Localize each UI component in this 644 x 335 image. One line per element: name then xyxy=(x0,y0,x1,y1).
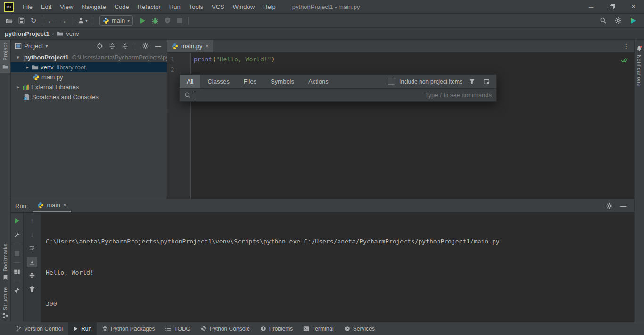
window-title: pythonProject1 - main.py xyxy=(292,3,360,10)
filter-button[interactable] xyxy=(467,76,477,87)
notification-bell-icon xyxy=(636,45,643,52)
menu-vcs[interactable]: VCS xyxy=(207,0,229,13)
tree-row-external-libraries[interactable]: ▸ External Libraries xyxy=(11,82,167,92)
stripe-tab-project[interactable]: Project xyxy=(0,40,10,73)
menu-file[interactable]: File xyxy=(18,0,37,13)
soft-wrap-button[interactable] xyxy=(27,243,37,253)
include-non-project-checkbox[interactable] xyxy=(388,78,395,85)
menu-navigate[interactable]: Navigate xyxy=(77,0,110,13)
services-icon xyxy=(344,326,350,332)
toolbar-right-group xyxy=(597,15,641,26)
close-tab-icon[interactable]: × xyxy=(63,201,67,209)
tree-row-main-py[interactable]: main.py xyxy=(11,72,167,82)
search-popup-tabs: All Classes Files Symbols Actions Includ… xyxy=(180,75,496,88)
tree-row-scratches[interactable]: Scratches and Consoles xyxy=(11,92,167,102)
save-button[interactable] xyxy=(15,15,27,26)
editor-tab-main-py[interactable]: main.py × xyxy=(167,40,213,52)
user-profile-button[interactable]: ▾ xyxy=(74,15,91,26)
pin-tab-button[interactable] xyxy=(12,285,22,295)
editor-options-button[interactable]: ⋮ xyxy=(618,40,634,52)
next-occurrence-button[interactable]: ↓ xyxy=(27,229,37,240)
status-todo[interactable]: TODO xyxy=(160,322,195,335)
forward-button[interactable]: → xyxy=(57,15,69,26)
project-settings-button[interactable] xyxy=(140,41,150,51)
tree-item-detail: library root xyxy=(57,64,85,71)
menu-tools[interactable]: Tools xyxy=(185,0,207,13)
left-tool-stripe: Project Bookmarks Structure xyxy=(0,40,11,322)
tree-row-project-root[interactable]: ▾ pythonProject1 C:\Users\aneta\PycharmP… xyxy=(11,52,167,62)
search-input[interactable]: Type / to see commands xyxy=(180,88,496,101)
stop-process-button[interactable] xyxy=(12,248,22,259)
stripe-tab-bookmarks[interactable]: Bookmarks xyxy=(2,240,8,284)
print-button[interactable] xyxy=(27,270,37,281)
tree-row-venv[interactable]: ▸ venv library root xyxy=(11,62,167,72)
tab-symbols[interactable]: Symbols xyxy=(264,75,301,88)
run-tab-label: main xyxy=(47,201,60,209)
include-non-project-label[interactable]: Include non-project items xyxy=(399,78,462,85)
settings-button[interactable] xyxy=(612,15,624,26)
breadcrumb-project[interactable]: pythonProject1 xyxy=(5,30,50,37)
chevron-right-icon[interactable]: ▸ xyxy=(14,84,22,90)
collapse-all-button[interactable] xyxy=(120,41,130,51)
project-panel-title[interactable]: Project xyxy=(24,42,43,50)
menu-help[interactable]: Help xyxy=(259,0,280,13)
expand-all-button[interactable] xyxy=(107,41,117,51)
run-settings-button[interactable] xyxy=(604,201,614,211)
search-everywhere-button[interactable] xyxy=(597,15,609,26)
close-tab-icon[interactable]: × xyxy=(206,42,209,50)
status-version-control[interactable]: Version Control xyxy=(10,322,68,335)
run-console-output[interactable]: C:\Users\aneta\PycharmProjects\pythonPro… xyxy=(41,213,634,322)
select-opened-file-button[interactable] xyxy=(94,41,105,51)
run-button[interactable] xyxy=(137,15,149,26)
close-window-button[interactable]: × xyxy=(623,0,644,13)
tab-files[interactable]: Files xyxy=(237,75,264,88)
chevron-right-icon[interactable]: ▸ xyxy=(23,64,32,70)
status-problems[interactable]: Problems xyxy=(255,322,298,335)
menu-window[interactable]: Window xyxy=(229,0,259,13)
restore-layout-button[interactable] xyxy=(12,267,22,277)
run-tab-main[interactable]: main × xyxy=(33,199,71,212)
editor-tab-bar: main.py × ⋮ xyxy=(167,40,634,53)
status-python-console[interactable]: Python Console xyxy=(196,322,255,335)
rerun-button[interactable] xyxy=(12,216,22,226)
stop-button[interactable] xyxy=(173,15,186,26)
inspections-status[interactable] xyxy=(621,57,628,63)
run-with-coverage-button[interactable] xyxy=(161,15,173,26)
sync-button[interactable]: ↻ xyxy=(27,15,40,26)
horizontal-scrollbar[interactable] xyxy=(11,194,141,197)
menu-run[interactable]: Run xyxy=(165,0,185,13)
hide-run-panel-button[interactable]: — xyxy=(618,201,628,211)
stripe-tab-structure[interactable]: Structure xyxy=(2,284,8,322)
open-button[interactable] xyxy=(3,15,15,26)
status-services[interactable]: Services xyxy=(339,322,380,335)
tab-actions[interactable]: Actions xyxy=(301,75,336,88)
scroll-to-end-button[interactable] xyxy=(27,257,37,267)
breadcrumb-venv[interactable]: venv xyxy=(66,30,79,37)
debug-button[interactable] xyxy=(149,15,161,26)
stripe-tab-notifications[interactable]: Notifications xyxy=(636,40,643,89)
run-configuration-select[interactable]: main ▾ xyxy=(99,15,133,26)
edit-configuration-button[interactable] xyxy=(12,230,22,240)
hide-panel-button[interactable]: — xyxy=(153,41,163,51)
search-placeholder: Type / to see commands xyxy=(425,92,492,99)
menu-code[interactable]: Code xyxy=(110,0,133,13)
maximize-button[interactable] xyxy=(602,0,623,13)
dropdown-arrow-icon[interactable]: ▾ xyxy=(45,43,48,49)
status-python-packages[interactable]: Python Packages xyxy=(97,322,160,335)
minimize-button[interactable]: ─ xyxy=(580,0,602,13)
back-button[interactable]: ← xyxy=(45,15,57,26)
tab-classes[interactable]: Classes xyxy=(200,75,236,88)
menu-view[interactable]: View xyxy=(56,0,77,13)
stripe-project-label: Project xyxy=(2,43,8,61)
menu-refactor[interactable]: Refactor xyxy=(133,0,165,13)
chevron-down-icon[interactable]: ▾ xyxy=(14,54,22,60)
jetbrains-toolbox-button[interactable] xyxy=(627,15,639,26)
status-terminal[interactable]: Terminal xyxy=(298,322,339,335)
tab-all[interactable]: All xyxy=(180,75,200,88)
clear-console-button[interactable] xyxy=(27,284,37,294)
prev-occurrence-button[interactable]: ↑ xyxy=(27,216,37,226)
status-run[interactable]: Run xyxy=(68,322,97,335)
menu-edit[interactable]: Edit xyxy=(37,0,56,13)
toolbar-separator xyxy=(72,17,72,25)
open-in-find-window-button[interactable] xyxy=(481,76,492,87)
